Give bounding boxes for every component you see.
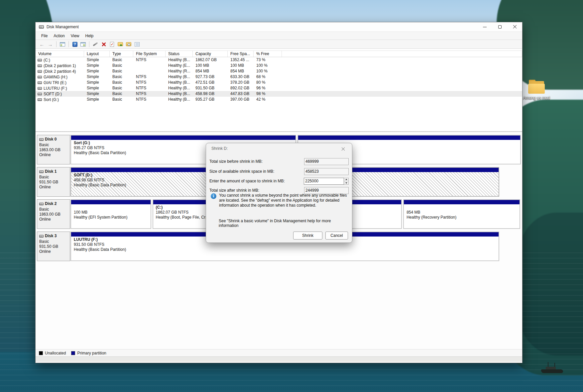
- desktop-icon-label: Among us mod: [521, 96, 552, 100]
- column-header[interactable]: Type: [110, 51, 133, 57]
- partition-box[interactable]: 100 MBHealthy (EFI System Partition): [70, 199, 151, 229]
- help-button[interactable]: ?: [71, 41, 78, 48]
- partition-color-strip: [71, 200, 151, 204]
- table-cell: 42 %: [254, 97, 282, 102]
- column-header[interactable]: % Free: [254, 51, 282, 57]
- readonly-field: 469999: [304, 158, 349, 165]
- partition-size: 931.50 GB NTFS: [74, 242, 499, 247]
- shrink-amount-input[interactable]: 225000: [304, 178, 344, 185]
- table-cell: 100 %: [254, 63, 282, 68]
- shrink-button[interactable]: Shrink: [293, 232, 322, 240]
- table-row[interactable]: Sort (G:)SimpleBasicNTFSHealthy (B...935…: [36, 97, 522, 102]
- menu-action[interactable]: Action: [51, 33, 67, 39]
- volume-table-body: (C:)SimpleBasicNTFSHealthy (B...1862.07 …: [36, 57, 522, 102]
- table-cell: 100 MB: [193, 63, 228, 68]
- table-cell: [282, 68, 522, 74]
- column-header[interactable]: Free Spa...: [228, 51, 254, 57]
- legend-item: Unallocated: [39, 351, 66, 355]
- table-cell: 472.51 GB: [193, 80, 228, 85]
- column-header[interactable]: File System: [133, 51, 166, 57]
- disk-status: Online: [39, 249, 68, 254]
- close-button[interactable]: [507, 22, 522, 32]
- partition-name: [407, 205, 520, 210]
- table-cell: 1352.45 ...: [228, 57, 254, 63]
- table-cell: Healthy (B...: [166, 91, 193, 97]
- column-header[interactable]: Status: [166, 51, 193, 57]
- partition-color-strip: [404, 200, 520, 204]
- title-bar[interactable]: Disk Management: [36, 22, 522, 32]
- action-pane-icon: [80, 42, 86, 47]
- forward-button[interactable]: →: [47, 41, 54, 48]
- dialog-field-row: Size of available shrink space in MB:458…: [209, 168, 349, 175]
- volume-table-header: VolumeLayoutTypeFile SystemStatusCapacit…: [36, 50, 522, 57]
- dialog-close-button[interactable]: [339, 146, 347, 152]
- folder-find-button[interactable]: [125, 41, 132, 48]
- disk-size: 931.50 GB: [39, 180, 68, 185]
- minimize-button[interactable]: [477, 22, 492, 32]
- disk-label-panel[interactable]: Disk 0Basic1863.00 GBOnline: [37, 135, 70, 164]
- spinner-up-button[interactable]: [344, 178, 348, 181]
- action-pane-button[interactable]: [79, 41, 87, 48]
- disk-status: Online: [39, 217, 68, 222]
- table-cell: Basic: [110, 63, 133, 68]
- chevron-up-icon: [345, 178, 347, 180]
- column-header[interactable]: Volume: [36, 51, 84, 57]
- volume-name-cell: GAMING (H:): [36, 74, 84, 80]
- delete-volume-icon: [101, 42, 106, 47]
- table-row[interactable]: GAMING (H:)SimpleBasicNTFSHealthy (B...9…: [36, 74, 522, 80]
- folder-find-icon: [126, 42, 131, 46]
- column-header[interactable]: Layout: [84, 51, 110, 57]
- dialog-field-row: Enter the amount of space to shrink in M…: [209, 177, 349, 185]
- table-row[interactable]: (C:)SimpleBasicNTFSHealthy (B...1862.07 …: [36, 57, 522, 63]
- table-cell: 931.50 GB: [193, 85, 228, 91]
- disk-icon: [39, 138, 44, 141]
- back-button[interactable]: ←: [38, 41, 46, 48]
- disk-kind: Basic: [39, 239, 68, 244]
- desktop-icon-among-us-mod[interactable]: Among us mod: [521, 81, 552, 100]
- table-row[interactable]: GIAI TRI (E:)SimpleBasicNTFSHealthy (B..…: [36, 80, 522, 85]
- disk-label-panel[interactable]: Disk 2Basic1863.00 GBOnline: [37, 199, 70, 229]
- table-cell: Healthy (B...: [166, 85, 193, 91]
- delete-volume-button[interactable]: [100, 41, 107, 48]
- disk-label-panel[interactable]: Disk 1Basic931.50 GBOnline: [37, 167, 70, 197]
- dialog-title-bar[interactable]: Shrink D:: [206, 143, 352, 154]
- disk-name-text: Disk 3: [45, 234, 57, 239]
- disk-name: Disk 2: [39, 201, 68, 206]
- dialog-info-block: i You cannot shrink a volume beyond the …: [211, 193, 349, 208]
- toolbar-separator: [89, 41, 89, 47]
- console-tree-icon: [60, 42, 65, 47]
- field-label: Enter the amount of space to shrink in M…: [209, 179, 304, 183]
- info-icon: i: [211, 193, 216, 199]
- desktop: Among us mod Disk Management FileActionV…: [0, 0, 583, 392]
- properties-button[interactable]: [108, 41, 116, 48]
- menu-help[interactable]: Help: [82, 33, 97, 39]
- table-row[interactable]: LUUTRU (F:)SimpleBasicNTFSHealthy (B...9…: [36, 85, 522, 91]
- table-cell: Basic: [110, 91, 133, 97]
- maximize-button[interactable]: [492, 22, 507, 32]
- table-row[interactable]: (Disk 2 partition 1)SimpleBasicHealthy (…: [36, 63, 522, 68]
- checklist-icon: [135, 42, 140, 47]
- table-row[interactable]: (Disk 2 partition 4)SimpleBasicHealthy (…: [36, 68, 522, 74]
- tool-button[interactable]: [92, 41, 99, 48]
- column-header[interactable]: Capacity: [193, 51, 228, 57]
- folder-up-button[interactable]: [117, 41, 124, 48]
- menu-file[interactable]: File: [38, 33, 51, 39]
- partition-color-strip: [71, 136, 295, 140]
- table-cell: Healthy (R...: [166, 68, 193, 74]
- table-cell: [133, 63, 166, 68]
- table-cell: Healthy (B...: [166, 97, 193, 102]
- menu-view[interactable]: View: [68, 33, 82, 39]
- volume-icon: [38, 64, 42, 67]
- table-cell: [282, 74, 522, 80]
- table-row[interactable]: SOFT (D:)SimpleBasicNTFSHealthy (B...458…: [36, 91, 522, 97]
- spinner-down-button[interactable]: [344, 181, 348, 184]
- console-tree-button[interactable]: [59, 41, 66, 48]
- checklist-button[interactable]: [133, 41, 141, 48]
- cancel-button[interactable]: Cancel: [325, 232, 348, 240]
- disk-label-panel[interactable]: Disk 3Basic931.50 GBOnline: [37, 232, 70, 261]
- partition-box[interactable]: 854 MBHealthy (Recovery Partition): [403, 199, 520, 229]
- volume-name-cell: (Disk 2 partition 1): [36, 63, 84, 68]
- volume-name: LUUTRU (F:): [44, 86, 67, 91]
- volume-name: (C:): [44, 58, 50, 62]
- properties-icon: [110, 42, 114, 47]
